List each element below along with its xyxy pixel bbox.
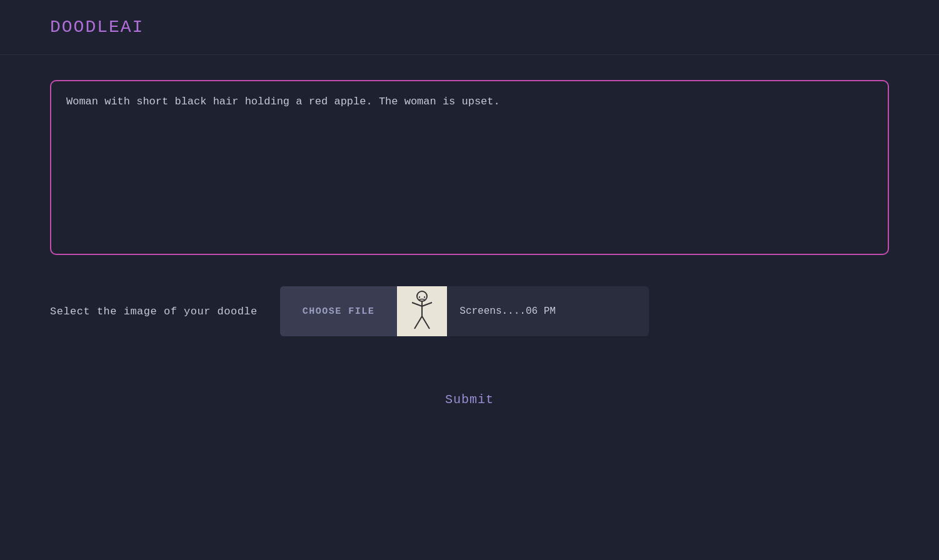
- svg-line-5: [422, 316, 429, 329]
- file-thumbnail: [397, 286, 447, 336]
- app-header: DOODLEAI: [0, 0, 939, 55]
- file-section: Select the image of your doodle CHOOSE F…: [50, 286, 889, 336]
- main-content: Woman with short black hair holding a re…: [0, 55, 939, 438]
- select-label: Select the image of your doodle: [50, 306, 258, 318]
- file-preview-area: Screens....06 PM: [397, 286, 648, 336]
- svg-line-3: [422, 302, 432, 306]
- svg-line-2: [412, 302, 422, 306]
- svg-line-4: [414, 316, 422, 329]
- stick-figure-icon: [406, 290, 438, 332]
- file-name: Screens....06 PM: [447, 306, 568, 317]
- svg-point-0: [417, 291, 427, 301]
- description-textarea[interactable]: Woman with short black hair holding a re…: [50, 80, 889, 255]
- choose-file-button[interactable]: CHOOSE FILE: [280, 286, 398, 336]
- submit-button[interactable]: Submit: [426, 386, 513, 413]
- file-input-container: CHOOSE FILE: [280, 286, 649, 336]
- submit-section: Submit: [50, 386, 889, 413]
- app-logo: DOODLEAI: [50, 18, 889, 37]
